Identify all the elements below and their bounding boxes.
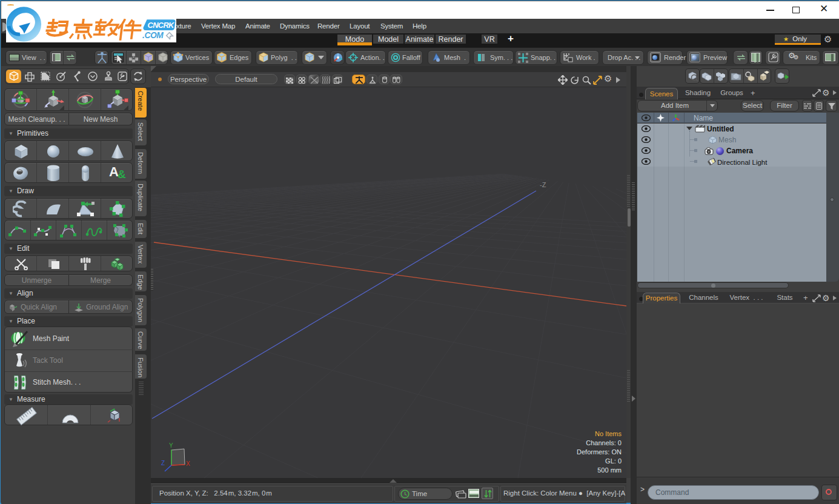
- svg-text:Z: Z: [161, 460, 165, 466]
- svg-text:CNCRK: CNCRK: [148, 21, 176, 30]
- svg-text:X: X: [186, 460, 190, 467]
- svg-text:Y: Y: [169, 442, 173, 449]
- svg-text:-Z: -Z: [540, 181, 546, 188]
- svg-text:.COM: .COM: [142, 31, 164, 40]
